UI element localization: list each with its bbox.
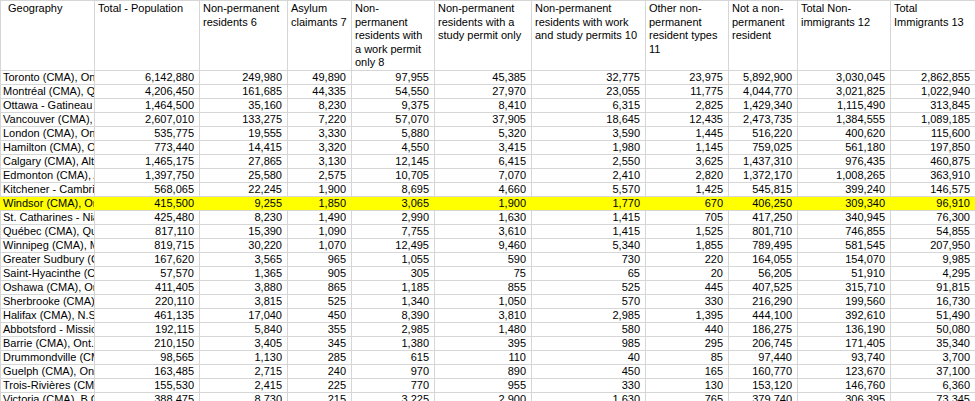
value-cell[interactable]: 3,130 [288, 154, 352, 168]
value-cell[interactable]: 22,245 [200, 182, 288, 196]
value-cell[interactable]: 93,740 [798, 350, 891, 364]
value-cell[interactable]: 35,160 [200, 98, 288, 112]
value-cell[interactable]: 54,855 [891, 224, 975, 238]
value-cell[interactable]: 890 [435, 364, 532, 378]
value-cell[interactable]: 5,320 [435, 126, 532, 140]
value-cell[interactable]: 3,880 [200, 280, 288, 294]
value-cell[interactable]: 75 [435, 266, 532, 280]
value-cell[interactable]: 8,410 [435, 98, 532, 112]
value-cell[interactable]: 2,715 [200, 364, 288, 378]
value-cell[interactable]: 3,565 [200, 252, 288, 266]
value-cell[interactable]: 54,550 [352, 84, 435, 98]
value-cell[interactable]: 976,435 [798, 154, 891, 168]
column-header-other-non-permanent-resident-types-11[interactable]: Other non-permanent resident types 11 [646, 1, 729, 71]
value-cell[interactable]: 163,485 [95, 364, 200, 378]
value-cell[interactable]: 49,890 [288, 70, 352, 84]
column-header-total-non-immigrants-12[interactable]: Total Non-immigrants 12 [798, 1, 891, 71]
value-cell[interactable]: 16,730 [891, 294, 975, 308]
value-cell[interactable]: 8,230 [288, 98, 352, 112]
value-cell[interactable]: 7,070 [435, 168, 532, 182]
value-cell[interactable]: 220,110 [95, 294, 200, 308]
value-cell[interactable]: 406,250 [729, 196, 798, 210]
value-cell[interactable]: 5,570 [532, 182, 646, 196]
value-cell[interactable]: 1,130 [200, 350, 288, 364]
value-cell[interactable]: 773,440 [95, 140, 200, 154]
value-cell[interactable]: 1,445 [646, 126, 729, 140]
value-cell[interactable]: 525 [288, 294, 352, 308]
value-cell[interactable]: 759,025 [729, 140, 798, 154]
value-cell[interactable]: 1,900 [288, 182, 352, 196]
value-cell[interactable]: 23,055 [532, 84, 646, 98]
geography-cell[interactable]: Guelph (CMA), Ont. [1, 364, 95, 378]
value-cell[interactable]: 1,464,500 [95, 98, 200, 112]
value-cell[interactable]: 51,490 [891, 308, 975, 322]
value-cell[interactable]: 330 [646, 294, 729, 308]
value-cell[interactable]: 3,815 [200, 294, 288, 308]
value-cell[interactable]: 746,855 [798, 224, 891, 238]
value-cell[interactable]: 1,415 [532, 224, 646, 238]
value-cell[interactable]: 817,110 [95, 224, 200, 238]
geography-cell[interactable]: Barrie (CMA), Ont. i5 [1, 336, 95, 350]
value-cell[interactable]: 705 [646, 210, 729, 224]
value-cell[interactable]: 3,415 [435, 140, 532, 154]
value-cell[interactable]: 6,142,880 [95, 70, 200, 84]
value-cell[interactable]: 965 [288, 252, 352, 266]
value-cell[interactable]: 192,115 [95, 322, 200, 336]
value-cell[interactable]: 2,473,735 [729, 112, 798, 126]
value-cell[interactable]: 85 [646, 350, 729, 364]
value-cell[interactable]: 1,397,750 [95, 168, 200, 182]
value-cell[interactable]: 18,645 [532, 112, 646, 126]
value-cell[interactable]: 415,500 [95, 196, 200, 210]
value-cell[interactable]: 460,875 [891, 154, 975, 168]
value-cell[interactable]: 155,530 [95, 378, 200, 392]
value-cell[interactable]: 2,900 [435, 392, 532, 401]
value-cell[interactable]: 1,525 [646, 224, 729, 238]
value-cell[interactable]: 5,892,900 [729, 70, 798, 84]
value-cell[interactable]: 315,710 [798, 280, 891, 294]
geography-cell[interactable]: Edmonton (CMA), Al [1, 168, 95, 182]
value-cell[interactable]: 450 [288, 308, 352, 322]
value-cell[interactable]: 160,770 [729, 364, 798, 378]
value-cell[interactable]: 306,395 [798, 392, 891, 401]
value-cell[interactable]: 819,715 [95, 238, 200, 252]
geography-cell[interactable]: Ottawa - Gatineau (C [1, 98, 95, 112]
value-cell[interactable]: 220 [646, 252, 729, 266]
value-cell[interactable]: 1,050 [435, 294, 532, 308]
value-cell[interactable]: 8,390 [352, 308, 435, 322]
value-cell[interactable]: 3,405 [200, 336, 288, 350]
value-cell[interactable]: 801,710 [729, 224, 798, 238]
value-cell[interactable]: 1,395 [646, 308, 729, 322]
value-cell[interactable]: 210,150 [95, 336, 200, 350]
value-cell[interactable]: 167,620 [95, 252, 200, 266]
geography-cell[interactable]: Oshawa (CMA), Ont. [1, 280, 95, 294]
value-cell[interactable]: 4,550 [352, 140, 435, 154]
value-cell[interactable]: 2,607,010 [95, 112, 200, 126]
geography-cell[interactable]: Hamilton (CMA), On [1, 140, 95, 154]
value-cell[interactable]: 3,320 [288, 140, 352, 154]
value-cell[interactable]: 1,365 [200, 266, 288, 280]
value-cell[interactable]: 5,840 [200, 322, 288, 336]
value-cell[interactable]: 115,600 [891, 126, 975, 140]
value-cell[interactable]: 568,065 [95, 182, 200, 196]
value-cell[interactable]: 44,335 [288, 84, 352, 98]
value-cell[interactable]: 249,980 [200, 70, 288, 84]
value-cell[interactable]: 4,660 [435, 182, 532, 196]
value-cell[interactable]: 206,745 [729, 336, 798, 350]
geography-cell[interactable]: Québec (CMA), Que. [1, 224, 95, 238]
value-cell[interactable]: 1,372,170 [729, 168, 798, 182]
value-cell[interactable]: 98,565 [95, 350, 200, 364]
value-cell[interactable]: 76,300 [891, 210, 975, 224]
value-cell[interactable]: 6,415 [435, 154, 532, 168]
value-cell[interactable]: 2,825 [646, 98, 729, 112]
value-cell[interactable]: 2,985 [352, 322, 435, 336]
value-cell[interactable]: 7,755 [352, 224, 435, 238]
value-cell[interactable]: 25,580 [200, 168, 288, 182]
value-cell[interactable]: 15,390 [200, 224, 288, 238]
value-cell[interactable]: 1,070 [288, 238, 352, 252]
value-cell[interactable]: 345 [288, 336, 352, 350]
value-cell[interactable]: 9,375 [352, 98, 435, 112]
value-cell[interactable]: 1,490 [288, 210, 352, 224]
value-cell[interactable]: 392,610 [798, 308, 891, 322]
value-cell[interactable]: 6,315 [532, 98, 646, 112]
value-cell[interactable]: 207,950 [891, 238, 975, 252]
